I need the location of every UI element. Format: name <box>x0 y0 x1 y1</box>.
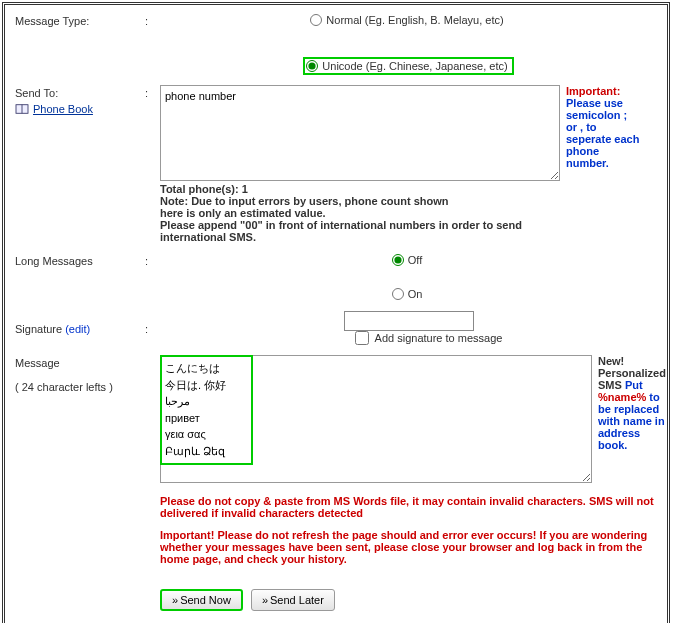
send-to-input[interactable] <box>160 85 560 181</box>
button-row: » Send Now » Send Later <box>160 589 672 611</box>
row-message: Message ( 24 character lefts ) New! Pers… <box>15 355 657 611</box>
radio-unicode[interactable] <box>306 60 318 72</box>
radio-off[interactable] <box>392 254 404 266</box>
row-signature: Signature (edit) : Add signature to mess… <box>15 311 657 345</box>
radio-on-wrap[interactable]: On <box>391 287 427 301</box>
label-send-to: Send To: <box>15 87 145 99</box>
edit-link[interactable]: (edit) <box>65 323 90 335</box>
important-title: Important: <box>566 85 620 97</box>
message-side-note: New! Personalized SMS Put %name% to be r… <box>592 355 672 485</box>
char-left: ( 24 character lefts ) <box>15 381 145 393</box>
book-icon <box>15 103 29 115</box>
phone-book-link-wrap[interactable]: Phone Book <box>15 103 145 115</box>
radio-on[interactable] <box>392 288 404 300</box>
important-note: Important: Please use semicolon ; or , t… <box>560 85 640 181</box>
count-note-1: Note: Due to input errors by users, phon… <box>160 195 560 207</box>
radio-unicode-wrap[interactable]: Unicode (Eg. Chinese, Japanese, etc) <box>303 57 513 75</box>
side-name: %name% <box>598 391 646 403</box>
intl-note: Please append "00" in front of internati… <box>160 219 560 243</box>
radio-normal-label: Normal (Eg. English, B. Melayu, etc) <box>326 14 503 26</box>
add-signature-wrap[interactable]: Add signature to message <box>355 331 503 345</box>
send-later-button[interactable]: » Send Later <box>251 589 335 611</box>
label-signature: Signature <box>15 323 62 335</box>
radio-normal[interactable] <box>310 14 322 26</box>
send-now-button[interactable]: » Send Now <box>160 589 243 611</box>
total-phones: Total phone(s): 1 <box>160 183 560 195</box>
radio-unicode-label: Unicode (Eg. Chinese, Japanese, etc) <box>322 60 507 72</box>
radio-normal-wrap[interactable]: Normal (Eg. English, B. Melayu, etc) <box>309 13 507 27</box>
add-signature-label: Add signature to message <box>375 332 503 344</box>
row-long-messages: Long Messages : Off On <box>15 253 657 301</box>
label-long-messages: Long Messages <box>15 253 145 267</box>
radio-off-wrap[interactable]: Off <box>391 253 426 267</box>
phone-book-link-text: Phone Book <box>33 103 93 115</box>
row-send-to: Send To: Phone Book : Important: Please … <box>15 85 657 243</box>
side-new: New! <box>598 355 624 367</box>
label-message: Message <box>15 357 145 369</box>
phone-notes: Total phone(s): 1 Note: Due to input err… <box>160 183 560 243</box>
warnings: Please do not copy & paste from MS Words… <box>160 495 672 575</box>
warn-copy-paste: Please do not copy & paste from MS Words… <box>160 495 672 519</box>
radio-off-label: Off <box>408 254 422 266</box>
row-message-type: Message Type: : Normal (Eg. English, B. … <box>15 13 657 75</box>
add-signature-checkbox[interactable] <box>355 331 369 345</box>
signature-input[interactable] <box>344 311 474 331</box>
radio-on-label: On <box>408 288 423 300</box>
side-put: Put <box>625 379 643 391</box>
form-container: Message Type: : Normal (Eg. English, B. … <box>2 2 670 623</box>
send-later-label: Send Later <box>270 594 324 606</box>
chevron-icon: » <box>172 594 178 606</box>
message-input[interactable] <box>160 355 592 483</box>
chevron-icon: » <box>262 594 268 606</box>
label-message-type: Message Type: <box>15 13 145 27</box>
warn-refresh: Important! Please do not refresh the pag… <box>160 529 672 565</box>
send-now-label: Send Now <box>180 594 231 606</box>
important-body: Please use semicolon ; or , to seperate … <box>566 97 639 169</box>
count-note-2: here is only an estimated value. <box>160 207 560 219</box>
